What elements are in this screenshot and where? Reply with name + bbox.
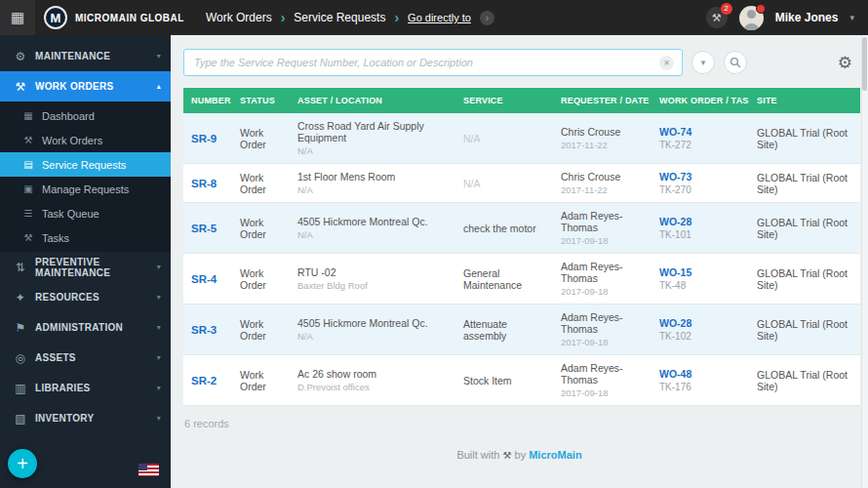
work-order-link[interactable]: WO-28 — [659, 317, 741, 329]
vertical-scrollbar[interactable] — [861, 35, 868, 488]
micromain-link[interactable]: MicroMain — [529, 449, 581, 461]
settings-gear-icon[interactable]: ⚙ — [838, 55, 852, 71]
status-text: Work Order — [240, 217, 282, 240]
chevron-down-icon: ▾ — [157, 323, 161, 332]
add-button[interactable]: + — [8, 449, 37, 478]
work-order-link[interactable]: WO-73 — [659, 171, 741, 183]
wrench-icon: ⚒ — [21, 135, 35, 145]
sidebar-item-resources[interactable]: ✦ RESOURCES ▾ — [0, 282, 171, 312]
sidebar-item-maintenance[interactable]: ⚙ MAINTENANCE ▾ — [0, 41, 171, 71]
wrench-icon: ⚒ — [21, 232, 35, 243]
site-text: GLOBAL Trial (Root Site) — [757, 172, 852, 195]
sidebar-item-manage-requests[interactable]: ▣ Manage Requests — [0, 177, 171, 201]
site-text: GLOBAL Trial (Root Site) — [757, 267, 852, 291]
box-icon: ▧ — [13, 412, 28, 426]
search-toolbar: ✕ ▾ ⚙ — [171, 35, 868, 88]
avatar-alert-badge — [756, 4, 766, 14]
sr-number-link[interactable]: SR-5 — [191, 223, 224, 234]
requester-name: Adam Reyes-Thomas — [561, 311, 644, 335]
col-header-asset-location[interactable]: ASSET / LOCATION — [290, 88, 455, 113]
status-text: Work Order — [240, 369, 282, 392]
user-name[interactable]: Mike Jones — [775, 11, 839, 24]
requester-name: Chris Crouse — [561, 126, 644, 138]
table-header-row: NUMBER STATUS ASSET / LOCATION SERVICE R… — [183, 88, 860, 113]
wrench-icon: ⚒ — [502, 450, 511, 461]
work-order-link[interactable]: WO-28 — [659, 216, 741, 227]
site-text: GLOBAL Trial (Root Site) — [757, 217, 852, 240]
sidebar-item-work-orders-sub[interactable]: ⚒ Work Orders — [0, 128, 171, 152]
sidebar-item-label: Work Orders — [42, 135, 102, 146]
sidebar-item-assets[interactable]: ◎ ASSETS ▾ — [0, 343, 171, 373]
request-date: 2017-09-18 — [561, 235, 644, 246]
search-button[interactable] — [724, 51, 747, 74]
task-id: TK-101 — [659, 229, 741, 240]
col-header-number[interactable]: NUMBER — [183, 88, 232, 113]
work-order-link[interactable]: WO-15 — [659, 266, 741, 278]
filter-dropdown-button[interactable]: ▾ — [691, 51, 715, 74]
notifications-button[interactable]: ⚒ 2 — [706, 7, 728, 28]
site-text: GLOBAL Trial (Root Site) — [757, 318, 852, 342]
sr-number-link[interactable]: SR-3 — [191, 324, 224, 336]
chevron-right-icon: › — [281, 11, 286, 24]
globe-icon: ◎ — [13, 351, 28, 365]
sidebar-item-label: MAINTENANCE — [35, 51, 110, 61]
task-id: TK-102 — [659, 331, 741, 342]
col-header-work-order-task[interactable]: WORK ORDER / TASK — [651, 88, 749, 113]
asset-name: Ac 26 show room — [297, 368, 448, 380]
scrollbar-thumb[interactable] — [862, 37, 867, 91]
sliders-icon: ⇅ — [13, 261, 28, 274]
sr-number-link[interactable]: SR-8 — [191, 178, 224, 189]
sidebar-item-inventory[interactable]: ▧ INVENTORY ▾ — [0, 403, 171, 433]
sr-number-link[interactable]: SR-9 — [191, 133, 224, 144]
breadcrumb-work-orders[interactable]: Work Orders — [206, 11, 272, 24]
apps-grid-icon[interactable]: ▦ — [0, 0, 35, 35]
sr-number-link[interactable]: SR-4 — [191, 273, 224, 285]
sidebar-item-preventive-maintenance[interactable]: ⇅ PREVENTIVE MAINTENANCE ▾ — [0, 252, 171, 282]
sr-number-link[interactable]: SR-2 — [191, 375, 224, 386]
chevron-down-icon[interactable]: ▾ — [849, 13, 854, 22]
go-directly-to-link[interactable]: Go directly to — [408, 12, 471, 23]
table-row[interactable]: SR-8 Work Order 1st Floor Mens RoomN/A N… — [183, 164, 860, 203]
asset-name: 4505 Hickmore Montreal Qc. — [297, 216, 448, 227]
sidebar-item-label: LIBRARIES — [35, 383, 91, 393]
user-avatar-button[interactable] — [739, 6, 764, 30]
asset-name: 1st Floor Mens Room — [297, 171, 448, 183]
table-row[interactable]: SR-4 Work Order RTU -02Baxter Bldg Roof … — [183, 254, 860, 305]
sidebar-item-work-orders[interactable]: ⚒ WORK ORDERS ▴ — [0, 71, 171, 102]
asset-location: N/A — [297, 229, 448, 240]
breadcrumb-service-requests[interactable]: Service Requests — [294, 11, 385, 24]
asset-location: N/A — [297, 331, 448, 342]
brand-title: MICROMAIN GLOBAL — [75, 13, 184, 23]
col-header-status[interactable]: STATUS — [232, 88, 290, 113]
col-header-service[interactable]: SERVICE — [455, 88, 553, 113]
sidebar-item-tasks[interactable]: ⚒ Tasks — [0, 225, 171, 250]
sidebar-item-libraries[interactable]: ▥ LIBRARIES ▾ — [0, 373, 171, 403]
requester-name: Chris Crouse — [561, 171, 644, 183]
sidebar-item-label: RESOURCES — [35, 292, 99, 303]
status-text: Work Order — [240, 267, 282, 291]
search-input[interactable] — [192, 56, 659, 69]
clear-icon[interactable]: ✕ — [659, 56, 674, 70]
table-row[interactable]: SR-2 Work Order Ac 26 show roomD.Prevois… — [183, 355, 860, 406]
request-date: 2017-09-18 — [561, 387, 644, 398]
work-order-link[interactable]: WO-48 — [659, 368, 741, 380]
table-row[interactable]: SR-3 Work Order 4505 Hickmore Montreal Q… — [183, 305, 860, 355]
list-icon: ☰ — [21, 208, 35, 219]
work-order-link[interactable]: WO-74 — [659, 126, 741, 138]
table-row[interactable]: SR-9 Work Order Cross Road Yard Air Supp… — [183, 113, 860, 164]
requester-name: Adam Reyes-Thomas — [561, 210, 644, 233]
breadcrumb: Work Orders › Service Requests › Go dire… — [206, 11, 494, 25]
sidebar-item-dashboard[interactable]: ▦ Dashboard — [0, 103, 171, 128]
go-arrow-icon[interactable]: › — [480, 11, 494, 25]
sidebar-item-service-requests[interactable]: ▤ Service Requests — [0, 152, 171, 177]
col-header-requester-date[interactable]: REQUESTER / DATE — [553, 88, 651, 113]
sidebar-item-task-queue[interactable]: ☰ Task Queue — [0, 201, 171, 225]
col-header-site[interactable]: SITE — [749, 88, 860, 113]
sidebar-item-administration[interactable]: ⚑ ADMINISTRATION ▾ — [0, 312, 171, 343]
sidebar-item-label: Tasks — [42, 232, 69, 244]
us-flag-icon[interactable] — [138, 464, 159, 476]
table-row[interactable]: SR-5 Work Order 4505 Hickmore Montreal Q… — [183, 203, 860, 254]
sidebar-item-label: WORK ORDERS — [35, 81, 114, 92]
key-icon: ✦ — [13, 291, 28, 305]
records-count: 6 records — [184, 418, 868, 429]
